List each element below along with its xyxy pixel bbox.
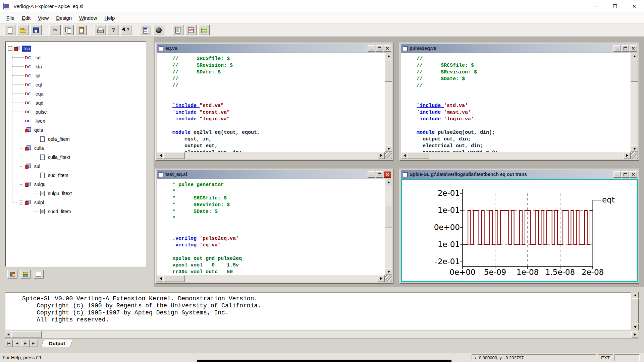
expand-toggle[interactable]: - [8, 46, 12, 51]
horizontal-scrollbar[interactable] [157, 152, 385, 159]
print-button[interactable] [95, 25, 106, 35]
mdi-title-bar[interactable]: test_eq.sl ✕ [157, 170, 392, 179]
scroll-up-button[interactable] [385, 53, 392, 59]
maximize-button[interactable] [605, 0, 625, 12]
log-view-button[interactable] [172, 25, 183, 35]
paste-button[interactable] [75, 25, 87, 35]
tree-item-liven[interactable]: DCliven [5, 116, 146, 125]
waveform-plot-window[interactable]: Spice-SL g:\data\verilogs\dist\testbench… [399, 169, 639, 284]
scroll-right-button[interactable] [378, 275, 385, 282]
scrollbar-thumb[interactable] [632, 298, 639, 323]
scrollbar-thumb[interactable] [385, 60, 392, 82]
scrollbar-thumb[interactable] [408, 152, 429, 159]
scrollbar-thumb[interactable] [11, 331, 42, 338]
title-bar[interactable]: Verilog-A Explorer - spice_eq.sl ✕ [0, 0, 644, 12]
menu-edit[interactable]: Edit [18, 13, 34, 23]
close-button[interactable]: ✕ [625, 0, 644, 12]
scroll-down-button[interactable] [631, 145, 638, 152]
tree-item-lpl[interactable]: DClpl [5, 71, 146, 80]
mdi-minimize-button[interactable] [368, 45, 375, 52]
tree-item-lda[interactable]: DClda [5, 62, 146, 71]
design-view-button[interactable] [7, 270, 17, 279]
resize-grip[interactable] [385, 275, 392, 282]
tree-item-culla[interactable]: -culla [5, 143, 146, 153]
editor-window-test-eq-sl[interactable]: test_eq.sl ✕ * pulse generator** $RCSfil… [155, 169, 393, 284]
scrollbar-thumb[interactable] [163, 152, 185, 159]
mdi-close-button[interactable]: ✕ [384, 45, 391, 52]
scroll-right-button[interactable] [624, 152, 631, 159]
tab-output[interactable]: Output [41, 340, 73, 347]
mdi-minimize-button[interactable] [613, 171, 621, 178]
tree-item-sulpl[interactable]: -sulpl [5, 198, 146, 207]
tree-item-sd[interactable]: DCsd [5, 53, 146, 62]
tab-scroll-button[interactable]: ▶| [30, 340, 38, 347]
vertical-scrollbar[interactable] [385, 179, 392, 275]
menu-file[interactable]: File [3, 13, 18, 23]
file-view-button[interactable] [34, 270, 44, 279]
context-help-button[interactable]: ? [121, 25, 132, 35]
expand-toggle[interactable]: - [19, 182, 23, 186]
horizontal-scrollbar[interactable] [157, 275, 385, 282]
tree-item-top[interactable]: -top [5, 44, 146, 53]
output-console[interactable]: Spice-SL V0.90 Verilog-A Extension Kerne… [5, 292, 631, 330]
scrollbar-thumb[interactable] [385, 206, 392, 228]
mdi-close-button[interactable]: ✕ [384, 171, 391, 178]
code-editor[interactable]: //// $RCSfile: $// $Revision: $// $Date:… [401, 53, 631, 152]
menu-help[interactable]: Help [101, 13, 118, 23]
minimize-button[interactable] [586, 0, 605, 12]
mdi-minimize-button[interactable] [368, 171, 375, 178]
expand-toggle[interactable]: - [19, 200, 23, 204]
code-editor[interactable]: * pulse generator** $RCSfile: $* $Revisi… [157, 179, 385, 275]
tree-item-sulgu_fitext[interactable]: sulgu_fitext [5, 189, 146, 198]
mdi-close-button[interactable]: ✕ [630, 171, 637, 178]
resize-grip[interactable] [631, 152, 638, 159]
new-file-button[interactable] [4, 25, 15, 35]
mdi-close-button[interactable]: ✕ [630, 45, 637, 52]
resize-grip[interactable] [385, 152, 392, 159]
mdi-title-bar[interactable]: eq.va ✕ [157, 44, 392, 53]
expand-toggle[interactable]: - [19, 146, 23, 150]
waveform-view-button[interactable] [185, 25, 197, 35]
design-tree[interactable]: -topDCsdDCldaDClplDCeqlDCeqaDCaqdDCpulse… [5, 41, 146, 267]
scroll-down-button[interactable] [632, 324, 639, 330]
editor-window-pulse2eq-va[interactable]: pulse2eq.va ✕ //// $RCSfile: $// $Revisi… [399, 43, 639, 161]
mdi-minimize-button[interactable] [613, 45, 621, 52]
save-file-button[interactable] [30, 25, 42, 35]
mdi-title-bar[interactable]: pulse2eq.va ✕ [401, 44, 638, 53]
cut-button[interactable]: ✂ [49, 25, 61, 35]
netlist-view-button[interactable] [140, 25, 151, 35]
tree-item-sul[interactable]: -sul [5, 162, 146, 171]
tree-item-qela_fitem[interactable]: qela_fitem [5, 134, 146, 143]
expand-toggle[interactable]: - [19, 128, 23, 132]
tree-item-aqd[interactable]: DCaqd [5, 98, 146, 107]
scroll-left-button[interactable] [5, 331, 12, 338]
code-editor[interactable]: // $RCSfile: $// $Revision: $// $Date: $… [157, 53, 385, 152]
scroll-right-button[interactable] [631, 331, 638, 338]
output-vertical-scrollbar[interactable] [631, 292, 638, 330]
open-file-button[interactable] [17, 25, 29, 35]
scroll-left-button[interactable] [401, 152, 408, 159]
tree-item-qela[interactable]: -qela [5, 125, 146, 134]
expand-toggle[interactable]: - [19, 164, 23, 168]
about-help-button[interactable]: ? [108, 25, 119, 35]
mdi-maximize-button[interactable] [376, 45, 383, 52]
vertical-scrollbar[interactable] [385, 53, 392, 152]
scroll-right-button[interactable] [378, 152, 385, 159]
output-horizontal-scrollbar[interactable] [5, 331, 638, 338]
tab-scroll-button[interactable]: ▶ [21, 340, 30, 347]
menu-window[interactable]: Window [75, 13, 101, 23]
stop-simulation-button[interactable] [153, 25, 164, 35]
scroll-up-button[interactable] [632, 292, 639, 298]
mdi-title-bar[interactable]: Spice-SL g:\data\verilogs\dist\testbench… [401, 170, 638, 179]
output-view-button[interactable] [20, 270, 31, 279]
tab-scroll-button[interactable]: ◀ [13, 340, 21, 347]
tree-item-pulse[interactable]: DCpulse [5, 107, 146, 116]
scroll-up-button[interactable] [631, 53, 638, 59]
simulator-options-button[interactable] [198, 25, 210, 35]
copy-button[interactable] [62, 25, 74, 35]
tree-item-eql[interactable]: DCeql [5, 80, 146, 89]
horizontal-scrollbar[interactable] [401, 152, 631, 159]
menu-design[interactable]: Design [52, 13, 75, 23]
scroll-up-button[interactable] [385, 179, 392, 185]
scroll-left-button[interactable] [157, 152, 164, 159]
